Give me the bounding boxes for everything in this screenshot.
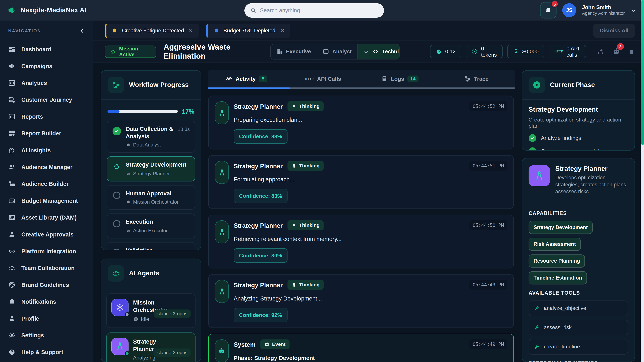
workflow-step-validation[interactable]: Validation Quality Validator bbox=[107, 242, 195, 251]
megaphone-icon bbox=[8, 62, 16, 69]
sidebar-item-asset-library[interactable]: Asset Library (DAM) bbox=[0, 209, 93, 226]
sidebar-item-analytics[interactable]: Analytics bbox=[0, 74, 93, 91]
tab-api-calls[interactable]: HTTP API Calls bbox=[285, 70, 362, 87]
workflow-step-strategy-development[interactable]: Strategy Development Strategy Planner bbox=[107, 156, 195, 181]
feed-tabs: Activity 5 HTTP API Calls Logs 14 Tr bbox=[208, 70, 515, 87]
agent-avatar-compass-icon bbox=[215, 280, 229, 303]
tool-row[interactable]: create_timeline bbox=[528, 339, 628, 355]
alert-creative-fatigue[interactable]: Creative Fatigue Detected bbox=[105, 24, 199, 37]
sidebar-item-team-collaboration[interactable]: Team Collaboration bbox=[0, 259, 93, 276]
agents-icon bbox=[108, 265, 124, 282]
activity-event: Strategy Planner Thinking 05:44:49 PM An… bbox=[208, 274, 514, 328]
dismiss-all-button[interactable]: Dismiss All bbox=[593, 24, 635, 37]
workflow-step-human-approval[interactable]: Human Approval Mission Orchestrator bbox=[107, 185, 195, 210]
robot-icon bbox=[126, 171, 130, 176]
capability-chip: Resource Planning bbox=[528, 254, 585, 267]
step-pending-circle-icon bbox=[113, 249, 120, 251]
tab-activity[interactable]: Activity 5 bbox=[208, 70, 285, 87]
trace-icon bbox=[464, 76, 471, 82]
close-icon[interactable] bbox=[188, 28, 194, 33]
user-menu-chevron-down-icon[interactable] bbox=[630, 7, 636, 13]
scrollbar-thumb[interactable] bbox=[641, 0, 644, 145]
sidebar-item-budget-management[interactable]: Budget Management bbox=[0, 192, 93, 209]
sidebar-item-creative-approvals[interactable]: Creative Approvals bbox=[0, 226, 93, 243]
alert-bar: Creative Fatigue Detected Budget 75% Dep… bbox=[93, 21, 644, 41]
sidebar-item-customer-journey[interactable]: Customer Journey bbox=[0, 91, 93, 108]
tool-row[interactable]: analyze_objective bbox=[528, 300, 628, 316]
sidebar-item-report-builder[interactable]: Report Builder bbox=[0, 125, 93, 141]
planner-compass-icon bbox=[528, 165, 550, 186]
app-header: Nexgile-MediaNex AI 5 JS John Smith Agen… bbox=[0, 0, 644, 21]
sidebar-item-reports[interactable]: Reports bbox=[0, 108, 93, 125]
phase-task: Analyze findings bbox=[528, 134, 628, 142]
sidebar-item-campaigns[interactable]: Campaigns bbox=[0, 57, 93, 74]
mission-status-badge: Mission Active bbox=[105, 45, 156, 58]
sidebar-collapse-icon[interactable] bbox=[79, 27, 85, 34]
step-duration: 18.3s bbox=[178, 126, 190, 132]
tab-technical[interactable]: Technical bbox=[358, 44, 400, 59]
robot-icon bbox=[126, 142, 130, 147]
user-role: Agency Administrator bbox=[582, 11, 625, 16]
user-meta: John Smith Agency Administrator bbox=[582, 4, 625, 16]
sidebar-item-help-support[interactable]: Help & Support bbox=[0, 344, 93, 360]
assistant-button[interactable]: 2 bbox=[612, 47, 620, 56]
mission-stats: 0:12 0 tokens $0.000 HTTP 0 API calls bbox=[430, 45, 586, 58]
sidebar-item-profile[interactable]: Profile bbox=[0, 310, 93, 327]
calendar-icon bbox=[265, 342, 270, 347]
stop-button[interactable] bbox=[628, 48, 635, 55]
global-search[interactable] bbox=[244, 3, 384, 18]
tab-executive[interactable]: Executive bbox=[271, 44, 317, 59]
sparkle-actions-button[interactable] bbox=[597, 48, 604, 55]
megaphone-logo-icon bbox=[8, 6, 16, 15]
step-active-sync-icon bbox=[112, 162, 121, 171]
search-input[interactable] bbox=[260, 7, 378, 13]
people-icon bbox=[8, 163, 16, 170]
sidebar-item-audience-manager[interactable]: Audience Manager bbox=[0, 158, 93, 175]
workflow-step-execution[interactable]: Execution Action Executor bbox=[107, 213, 195, 238]
alert-budget-depleted[interactable]: Budget 75% Depleted bbox=[206, 24, 290, 37]
confidence-badge: Confidence: 92% bbox=[234, 308, 287, 322]
tool-row[interactable]: assess_risk bbox=[528, 320, 628, 335]
dollar-icon bbox=[513, 48, 519, 55]
sidebar-item-dashboard[interactable]: Dashboard bbox=[0, 40, 93, 57]
close-icon[interactable] bbox=[280, 28, 285, 33]
agent-detail-panel: Strategy Planner Develops optimization s… bbox=[522, 158, 635, 362]
sidebar-item-brand-guidelines[interactable]: Brand Guidelines bbox=[0, 276, 93, 293]
metrics-label: PERFORMANCE METRICS bbox=[528, 360, 628, 362]
system-event: System Event 05:44:49 PM Phase: Strategy… bbox=[208, 334, 514, 362]
sidebar-item-settings[interactable]: Settings bbox=[0, 327, 93, 344]
tab-logs[interactable]: Logs 14 bbox=[362, 70, 438, 87]
capability-chip: Strategy Development bbox=[528, 221, 593, 234]
workflow-icon bbox=[108, 77, 124, 93]
notifications-button[interactable]: 5 bbox=[540, 2, 556, 18]
workflow-step-data-collection[interactable]: Data Collection & Analysis Data Analyst … bbox=[107, 121, 195, 153]
sidebar-item-platform-integration[interactable]: Platform Integration bbox=[0, 243, 93, 259]
agent-card-strategy-planner[interactable]: Strategy Planner Analyzing: Strategy Dev… bbox=[106, 332, 196, 362]
bulb-icon bbox=[292, 282, 296, 287]
palette-icon bbox=[8, 281, 16, 288]
agent-avatar-compass-icon bbox=[215, 101, 229, 124]
event-timestamp: 05:44:52 PM bbox=[470, 101, 507, 111]
bulb-icon bbox=[292, 104, 296, 109]
sidebar-item-ai-insights[interactable]: AI Insights bbox=[0, 142, 93, 158]
user-avatar[interactable]: JS bbox=[562, 3, 576, 17]
chart-icon bbox=[323, 48, 329, 55]
event-message: Analyzing Strategy Development... bbox=[234, 295, 507, 302]
thinking-badge: Thinking bbox=[288, 101, 324, 111]
gear-icon bbox=[8, 332, 16, 339]
page-scrollbar[interactable] bbox=[641, 0, 644, 362]
tab-analyst[interactable]: Analyst bbox=[317, 44, 358, 59]
mission-title: Aggressive Waste Elimination bbox=[164, 42, 265, 60]
robot-icon bbox=[126, 228, 130, 233]
event-message: Formulating approach... bbox=[234, 176, 507, 183]
sidebar-item-audience-builder[interactable]: Audience Builder bbox=[0, 175, 93, 192]
tab-trace[interactable]: Trace bbox=[438, 70, 515, 87]
agent-detail-description: Develops optimization strategies, create… bbox=[555, 174, 628, 195]
agent-card-mission-orchestrator[interactable]: Mission Orchestrator Idle claude-3-opus bbox=[106, 294, 196, 328]
sidebar-item-notifications[interactable]: Notifications bbox=[0, 293, 93, 310]
play-icon bbox=[528, 77, 545, 93]
bulb-icon bbox=[292, 163, 296, 168]
elapsed-time-chip: 0:12 bbox=[430, 45, 461, 58]
app-logo: Nexgile-MediaNex AI bbox=[8, 6, 86, 15]
agent-model-badge: claude-3-opus bbox=[154, 310, 191, 318]
